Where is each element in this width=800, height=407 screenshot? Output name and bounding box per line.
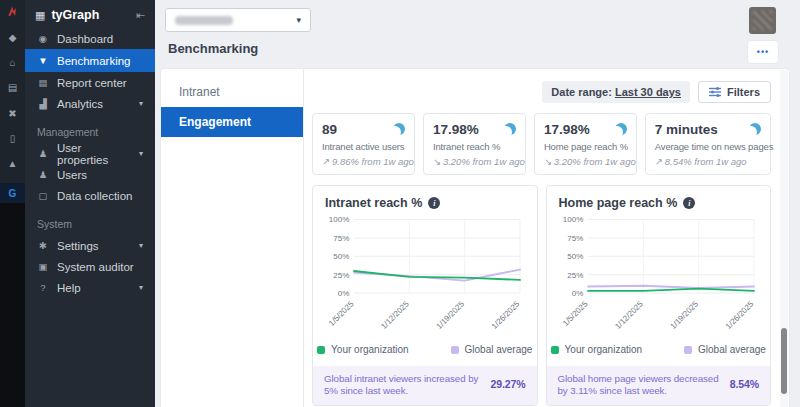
sidebar-item-analytics[interactable]: ▟ Analytics ▾	[25, 93, 155, 114]
system-auditor-icon: ▣	[37, 261, 49, 272]
svg-text:1/5/2025: 1/5/2025	[327, 299, 356, 328]
sidebar-item-label: Data collection	[57, 190, 132, 202]
svg-text:1/19/2025: 1/19/2025	[435, 299, 467, 331]
tab-intranet[interactable]: Intranet	[161, 77, 303, 107]
chevron-down-icon: ▾	[139, 149, 143, 158]
bank-icon[interactable]: ⌂	[0, 57, 25, 69]
data-collection-icon: ▢	[37, 190, 49, 201]
sidebar-item-label: Users	[57, 169, 87, 181]
sidebar-item-label: User properties	[57, 142, 131, 166]
svg-text:25%: 25%	[333, 271, 349, 280]
tygraph-app-icon[interactable]: G	[0, 183, 25, 203]
moon-benchmark-icon[interactable]	[749, 123, 761, 135]
kpi-average-time-news-pages: 7 minutes Average time on news pages ↗8.…	[645, 113, 771, 175]
sidebar-item-data-collection[interactable]: ▢ Data collection	[25, 185, 155, 206]
svg-text:75%: 75%	[333, 234, 349, 243]
info-icon[interactable]: i	[428, 197, 440, 209]
svg-text:0%: 0%	[571, 289, 583, 298]
kpi-intranet-active-users: 89 Intranet active users ↗9.86% from 1w …	[312, 113, 415, 175]
sidebar-item-label: Help	[57, 282, 81, 294]
kpi-label: Average time on news pages	[655, 141, 761, 152]
kpi-label: Home page reach %	[544, 141, 627, 152]
app-grid-icon: ▦	[35, 9, 45, 22]
legend-swatch-purple	[684, 346, 692, 354]
vertical-scrollbar[interactable]	[780, 70, 788, 407]
insight-banner: Global intranet viewers increased by 5% …	[313, 366, 537, 405]
moon-benchmark-icon[interactable]	[504, 123, 516, 135]
date-range-selector[interactable]: Date range: Last 30 days	[542, 81, 690, 103]
legend-swatch-green	[551, 346, 559, 354]
engagement-content: Date range: Last 30 days Filters	[304, 69, 779, 407]
sidebar-item-dashboard[interactable]: ◉ Dashboard	[25, 28, 155, 49]
sidebar-item-label: Settings	[57, 240, 99, 252]
svg-text:1/26/2025: 1/26/2025	[723, 299, 755, 331]
kpi-row: 89 Intranet active users ↗9.86% from 1w …	[312, 113, 771, 175]
chart-title-row: Home page reach % i	[547, 186, 771, 210]
kpi-value: 7 minutes	[655, 122, 761, 137]
tab-engagement[interactable]: Engagement	[161, 107, 303, 137]
info-icon[interactable]: i	[683, 197, 695, 209]
filters-label: Filters	[727, 86, 760, 98]
trend-down-icon: ↘	[433, 156, 441, 167]
icon-rail: ◆ ⌂ ▤ ✖ ▯ ▲ G	[0, 0, 25, 407]
settings-icon: ✱	[37, 240, 49, 251]
sidebar-item-report-center[interactable]: ▤ Report center	[25, 72, 155, 93]
filters-button[interactable]: Filters	[698, 81, 771, 103]
database-icon[interactable]: ▤	[0, 82, 25, 94]
moon-benchmark-icon[interactable]	[393, 123, 405, 135]
kpi-trend: ↗8.54% from 1w ago	[655, 156, 761, 167]
legend-your-organization: Your organization	[551, 344, 642, 355]
kpi-trend: ↘3.20% from 1w ago	[544, 156, 627, 167]
app-name: tyGraph	[51, 8, 99, 22]
analytics-icon: ▟	[37, 98, 49, 109]
insight-value: 29.27%	[490, 378, 525, 392]
tabs-column: Intranet Engagement	[161, 69, 304, 407]
avatar-redacted-image	[753, 11, 772, 30]
benchmarking-icon: ▼	[37, 55, 49, 66]
tools-icon[interactable]: ✖	[0, 107, 25, 119]
svg-text:0%: 0%	[338, 289, 350, 298]
home-page-reach-line-chart: 0%25%50%75%100%1/5/20251/12/20251/19/202…	[547, 212, 771, 344]
sidebar-collapse-icon[interactable]: ⇤	[136, 9, 145, 22]
sidebar-item-help[interactable]: ? Help ▾	[25, 277, 155, 298]
mobile-icon[interactable]: ▯	[0, 133, 25, 145]
sidebar-item-system-auditor[interactable]: ▣ System auditor	[25, 256, 155, 277]
intranet-reach-chart-card: Intranet reach % i 0%25%50%75%100%1/5/20…	[312, 185, 538, 406]
date-range-label: Date range:	[551, 86, 612, 98]
svg-text:1/19/2025: 1/19/2025	[668, 299, 700, 331]
dashboard-icon: ◉	[37, 33, 49, 44]
chevron-down-icon: ▾	[139, 99, 143, 108]
legend-global-average: Global average	[684, 344, 766, 355]
sidebar: ▦ tyGraph ⇤ ◉ Dashboard ▼ Benchmarking ▤…	[25, 0, 155, 407]
insight-text: Global intranet viewers increased by 5% …	[324, 373, 482, 398]
date-range-value-link[interactable]: Last 30 days	[615, 86, 681, 98]
sidebar-item-label: Report center	[57, 77, 127, 89]
svg-text:1/5/2025: 1/5/2025	[561, 299, 590, 328]
workspace-dropdown[interactable]: ▾	[165, 8, 311, 32]
home-page-reach-chart-card: Home page reach % i 0%25%50%75%100%1/5/2…	[546, 185, 772, 406]
legend-global-average: Global average	[451, 344, 533, 355]
shield-icon[interactable]: ◆	[0, 32, 25, 44]
help-icon: ?	[37, 282, 49, 293]
sidebar-item-label: Dashboard	[57, 33, 113, 45]
sidebar-item-settings[interactable]: ✱ Settings ▾	[25, 235, 155, 256]
svg-text:100%: 100%	[329, 215, 349, 224]
app-window: ◆ ⌂ ▤ ✖ ▯ ▲ G ▦ tyGraph ⇤ ◉ Dashboard ▼ …	[0, 0, 800, 407]
sidebar-item-benchmarking[interactable]: ▼ Benchmarking	[25, 49, 155, 72]
scrollbar-thumb[interactable]	[781, 328, 787, 394]
warning-icon[interactable]: ▲	[0, 158, 25, 170]
sidebar-item-users[interactable]: ♟ Users	[25, 164, 155, 185]
benchmarking-panel: Intranet Engagement Date range: Last 30 …	[160, 68, 790, 407]
sidebar-item-user-properties[interactable]: ♟ User properties ▾	[25, 143, 155, 164]
brand-logo-icon[interactable]	[4, 5, 21, 18]
user-properties-icon: ♟	[37, 148, 49, 159]
chevron-down-icon: ▾	[139, 283, 143, 292]
svg-text:50%: 50%	[567, 252, 583, 261]
trend-down-icon: ↘	[544, 156, 552, 167]
avatar[interactable]	[749, 7, 776, 34]
legend-your-organization: Your organization	[317, 344, 408, 355]
kpi-trend: ↘3.20% from 1w ago	[433, 156, 516, 167]
chart-title: Home page reach %	[559, 196, 678, 210]
more-options-button[interactable]: •••	[747, 40, 779, 64]
moon-benchmark-icon[interactable]	[615, 123, 627, 135]
